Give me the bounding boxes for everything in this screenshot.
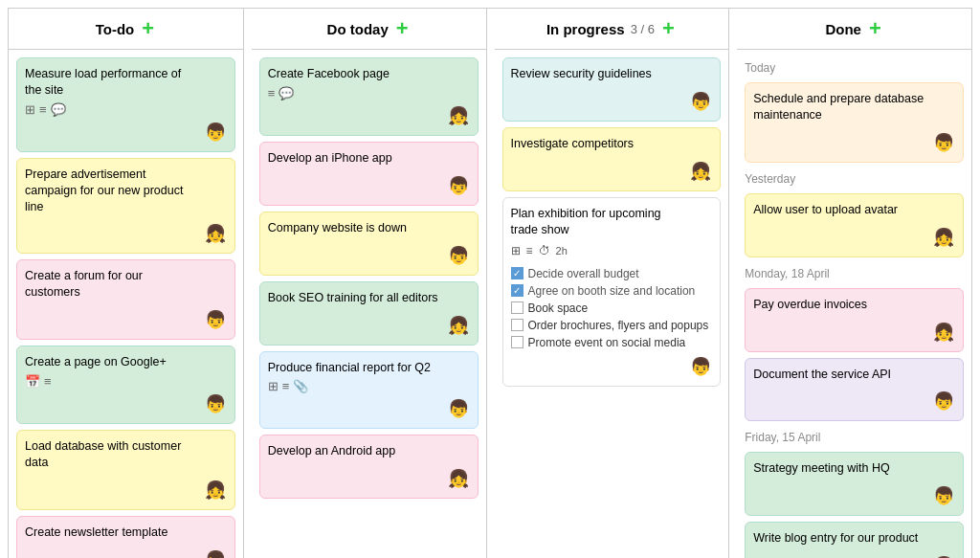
list-icon: ≡ [268, 86, 276, 100]
avatar: 👧 [445, 465, 472, 492]
checklist-item[interactable]: Book space [511, 300, 713, 317]
card-title: Allow user to upload avatar [753, 202, 955, 218]
avatar: 👧 [445, 102, 472, 129]
add-card-button[interactable]: + [660, 18, 677, 39]
add-card-button[interactable]: + [867, 18, 883, 39]
card-title: Develop an Android app [268, 443, 470, 459]
card-title: Create a forum for our customers [25, 268, 227, 301]
card[interactable]: Develop an Android app👧 [259, 435, 479, 499]
card[interactable]: Create newsletter template👦 [16, 516, 235, 558]
list-icon: ≡ [39, 102, 47, 117]
card-title: Investigate competitors [511, 136, 713, 152]
card-footer: ⊞≡📎 [268, 379, 470, 393]
paperclip-icon: 📎 [293, 379, 308, 393]
card-title: Create a page on Google+ [25, 354, 227, 370]
card-title: Develop an iPhone app [268, 150, 470, 167]
checkbox[interactable] [511, 336, 523, 348]
avatar: 👧 [202, 477, 229, 503]
avatar: 👧 [445, 312, 472, 339]
checkbox[interactable] [511, 319, 523, 331]
card-title: Strategy meeting with HQ [753, 460, 955, 477]
column-body: Create Facebook page≡💬👧Develop an iPhone… [252, 50, 486, 506]
card-icons: ⊞≡💬 [25, 102, 66, 117]
calendar-icon: 📅 [25, 374, 40, 389]
avatar: 👦 [445, 172, 472, 199]
avatar: 👧 [930, 224, 957, 251]
card[interactable]: Schedule and prepare database maintenanc… [745, 82, 964, 163]
avatar: 👧 [202, 220, 229, 247]
card[interactable]: Plan exhibition for upcoming trade show⊞… [502, 197, 722, 387]
card[interactable]: Book SEO training for all editors👧 [259, 281, 479, 346]
done-section-label: Friday, 15 April [745, 427, 964, 446]
avatar: 👧 [930, 319, 957, 346]
column-body: TodaySchedule and prepare database maint… [737, 50, 971, 558]
column-title: To-do [96, 21, 135, 37]
card-title: Pay overdue invoices [753, 297, 955, 313]
meta-icon: ≡ [526, 244, 533, 257]
checklist-item[interactable]: ✓Agree on booth size and location [511, 282, 713, 300]
avatar: 👦 [202, 391, 229, 417]
column-title: In progress [546, 21, 625, 37]
column-done: Done+TodaySchedule and prepare database … [737, 9, 971, 558]
checkbox[interactable] [511, 301, 523, 314]
card-icons: 📅≡ [25, 374, 52, 389]
column-header: In progress3 / 6+ [495, 9, 729, 50]
card[interactable]: Allow user to upload avatar👧 [745, 193, 964, 257]
checklist-item-label: Agree on booth size and location [528, 284, 696, 298]
card[interactable]: Document the service API👦 [745, 358, 964, 422]
card[interactable]: Develop an iPhone app👦 [259, 142, 479, 206]
card-title: Document the service API [753, 367, 955, 383]
card[interactable]: Strategy meeting with HQ👦 [745, 452, 964, 516]
column-count: 3 / 6 [631, 22, 655, 36]
column-header: To-do+ [9, 9, 243, 50]
meta-icon: 2h [556, 245, 568, 257]
card[interactable]: Create Facebook page≡💬👧 [259, 57, 479, 136]
card[interactable]: Prepare advertisement campaign for our n… [16, 158, 235, 255]
checklist: ✓Decide overall budget✓Agree on booth si… [511, 265, 713, 351]
card[interactable]: Write blog entry for our product👧 [745, 522, 964, 558]
column-body: Review security guidelines👦Investigate c… [495, 50, 729, 394]
checklist-item-label: Book space [528, 301, 589, 315]
card-footer: 📅≡ [25, 374, 227, 389]
list-icon: ≡ [44, 374, 52, 389]
card-footer: ≡💬 [268, 86, 470, 100]
avatar: 👦 [202, 306, 229, 333]
card-title: Schedule and prepare database maintenanc… [753, 91, 955, 123]
checkbox[interactable]: ✓ [511, 267, 523, 279]
card[interactable]: Produce financial report for Q2⊞≡📎👦 [259, 351, 479, 430]
card[interactable]: Create a forum for our customers👦 [16, 259, 235, 340]
card-footer: ⊞≡💬 [25, 102, 227, 117]
card-meta: ⊞≡⏱2h [511, 244, 713, 257]
avatar: 👦 [445, 395, 472, 422]
card[interactable]: Pay overdue invoices👧 [745, 288, 964, 352]
checklist-item[interactable]: Promote event on social media [511, 334, 713, 351]
card[interactable]: Measure load performance of the site⊞≡💬👦 [16, 57, 235, 152]
checklist-item[interactable]: Order brochures, flyers and popups [511, 317, 713, 334]
done-section-label: Yesterday [745, 168, 964, 188]
card[interactable]: Review security guidelines👦 [502, 57, 722, 122]
chat-icon: 💬 [51, 102, 66, 117]
card-title: Book SEO training for all editors [268, 290, 470, 306]
card-title: Create newsletter template [25, 525, 227, 541]
done-section-label: Monday, 18 April [745, 263, 964, 282]
add-card-button[interactable]: + [140, 18, 156, 39]
add-card-button[interactable]: + [394, 18, 411, 39]
card-title: Prepare advertisement campaign for our n… [25, 167, 227, 215]
column-header: Done+ [737, 9, 971, 50]
checklist-item-label: Decide overall budget [528, 267, 639, 280]
avatar: 👧 [930, 552, 957, 558]
card-title: Plan exhibition for upcoming trade show [511, 206, 713, 238]
avatar: 👦 [202, 119, 229, 145]
avatar: 👧 [687, 158, 714, 185]
kanban-board: To-do+Measure load performance of the si… [8, 8, 972, 558]
checkbox[interactable]: ✓ [511, 284, 523, 297]
meta-icon: ⊞ [511, 244, 521, 257]
card[interactable]: Company website is down👦 [259, 212, 479, 276]
meta-icon: ⏱ [539, 244, 550, 257]
card-icons: ⊞≡📎 [268, 379, 309, 393]
card[interactable]: Investigate competitors👧 [502, 127, 722, 191]
card[interactable]: Load database with customer data👧 [16, 430, 235, 510]
checklist-item-label: Order brochures, flyers and popups [528, 319, 709, 332]
card[interactable]: Create a page on Google+📅≡👦 [16, 346, 235, 424]
checklist-item[interactable]: ✓Decide overall budget [511, 265, 713, 282]
